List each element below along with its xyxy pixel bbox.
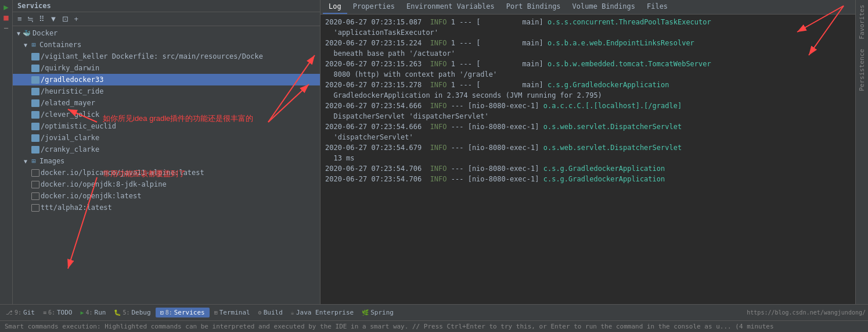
tree-arrow-images: ▼ bbox=[22, 158, 29, 165]
image-icon-4 bbox=[31, 204, 39, 212]
container-icon-9 bbox=[31, 146, 39, 153]
tree-container[interactable]: ▼ 🐳 Docker ▼ ⊞ Containers /vigilant_kell… bbox=[13, 26, 320, 304]
bottom-tab-java-enterprise[interactable]: ☕ Java Enterprise bbox=[287, 308, 357, 317]
tree-item-cranky-clarke[interactable]: /cranky_clarke bbox=[13, 144, 320, 155]
heuristic-ride-label: /heuristic_ride bbox=[41, 87, 103, 95]
toolbar-btn-align2[interactable]: ≒ bbox=[25, 13, 36, 24]
container-icon-7 bbox=[31, 123, 39, 130]
run-button[interactable]: ▶ bbox=[3, 2, 8, 12]
docker-icon: 🐳 bbox=[22, 30, 31, 37]
side-tabs: Favorites Persistence bbox=[855, 0, 868, 304]
build-label: Build bbox=[264, 309, 283, 316]
log-line-1: 2020-06-27 07:23:15.087 INFO 1 --- [ mai… bbox=[325, 17, 851, 27]
bottom-tab-spring[interactable]: 🌿 Spring bbox=[358, 308, 397, 317]
images-label: Images bbox=[39, 157, 64, 165]
run-num: 4: bbox=[86, 309, 93, 316]
toolbar-btn-align[interactable]: ≡ bbox=[15, 13, 24, 24]
log-line-3: 2020-06-27 07:23:15.263 INFO 1 --- [ mai… bbox=[325, 59, 851, 69]
build-icon: ⚙ bbox=[258, 309, 262, 316]
image4-label: ttt/alpha2:latest bbox=[41, 204, 112, 212]
image-icon-3 bbox=[31, 192, 39, 200]
terminal-icon: ⊞ bbox=[214, 309, 218, 316]
jovial-clarke-label: /jovial_clarke bbox=[41, 134, 99, 142]
toolbar-btn-filter[interactable]: ▼ bbox=[48, 13, 60, 24]
right-panel: Log Properties Environment Variables Por… bbox=[320, 0, 855, 304]
tree-item-images[interactable]: ▼ ⊞ Images bbox=[13, 155, 320, 167]
toolbar: ≡ ≒ ⠿ ▼ ⊡ + bbox=[13, 12, 320, 26]
stop-button[interactable]: ■ bbox=[3, 13, 8, 22]
cranky-clarke-label: /cranky_clarke bbox=[41, 145, 99, 153]
spring-label: Spring bbox=[370, 309, 394, 316]
services-icon: ⊡ bbox=[160, 309, 164, 316]
terminal-label: Terminal bbox=[219, 309, 250, 316]
tab-volume-bindings[interactable]: Volume Bindings bbox=[567, 0, 641, 14]
persistence-tab[interactable]: Persistence bbox=[857, 47, 867, 94]
bug-icon: 🐛 bbox=[114, 309, 121, 316]
spring-icon: 🌿 bbox=[362, 309, 369, 316]
bottom-tab-debug[interactable]: 🐛 5: Debug bbox=[110, 308, 154, 317]
containers-label: Containers bbox=[39, 41, 81, 49]
bottom-tabs-bar: ⎇ 9: Git ≡ 6: TODO ▶ 4: Run 🐛 5: Debug ⊡… bbox=[0, 304, 868, 320]
app-container: ▶ ■ − Services ≡ ≒ ⠿ ▼ ⊡ + ▼ bbox=[0, 0, 868, 332]
tree-item-jovial-clarke[interactable]: /jovial_clarke bbox=[13, 132, 320, 144]
log-line-5: 2020-06-27 07:23:54.666 INFO --- [nio-80… bbox=[325, 101, 851, 111]
container-icon-4 bbox=[31, 88, 39, 95]
log-container[interactable]: 2020-06-27 07:23:15.087 INFO 1 --- [ mai… bbox=[320, 15, 855, 304]
toolbar-btn-link[interactable]: ⊡ bbox=[60, 13, 71, 24]
run-stop-panel: ▶ ■ − bbox=[0, 0, 13, 304]
tree-item-image2[interactable]: docker.io/openjdk:8-jdk-alpine bbox=[13, 179, 320, 190]
todo-num: 6: bbox=[48, 309, 55, 316]
docker-label: Docker bbox=[33, 29, 57, 37]
tree-item-clever-golick[interactable]: /clever_golick bbox=[13, 109, 320, 120]
tree-item-vigilant-keller[interactable]: /vigilant_keller Dockerfile: src/main/re… bbox=[13, 51, 320, 62]
bottom-tab-git[interactable]: ⎇ 9: Git bbox=[2, 308, 38, 317]
bottom-tab-services[interactable]: ⊡ 8: Services bbox=[156, 308, 210, 317]
toolbar-btn-grid[interactable]: ⠿ bbox=[37, 13, 47, 24]
services-title: Services bbox=[13, 0, 320, 12]
bottom-tab-todo[interactable]: ≡ 6: TODO bbox=[39, 308, 76, 317]
main-area: ▶ ■ − Services ≡ ≒ ⠿ ▼ ⊡ + ▼ bbox=[0, 0, 868, 304]
collapse-button[interactable]: − bbox=[3, 23, 8, 33]
tab-files[interactable]: Files bbox=[641, 0, 673, 14]
tab-env-vars[interactable]: Environment Variables bbox=[401, 0, 500, 14]
image3-label: docker.io/openjdk:latest bbox=[41, 192, 141, 200]
bottom-tab-terminal[interactable]: ⊞ Terminal bbox=[211, 308, 254, 317]
tree-item-heuristic-ride[interactable]: /heuristic_ride bbox=[13, 85, 320, 97]
log-line-3b: 8080 (http) with context path '/gradle' bbox=[325, 69, 851, 80]
favorites-tab[interactable]: Favorites bbox=[857, 2, 867, 42]
log-line-9: 2020-06-27 07:23:54.706 INFO --- [nio-80… bbox=[325, 174, 851, 184]
gradledocker33-label: /gradledocker33 bbox=[41, 76, 103, 84]
bottom-tab-build[interactable]: ⚙ Build bbox=[255, 308, 286, 317]
services-label: Services bbox=[174, 309, 205, 316]
tree-item-image4[interactable]: ttt/alpha2:latest bbox=[13, 202, 320, 213]
container-icon-2 bbox=[31, 65, 39, 72]
container-icon-5 bbox=[31, 99, 39, 107]
tab-port-bindings[interactable]: Port Bindings bbox=[500, 0, 567, 14]
debug-num: 5: bbox=[123, 309, 129, 316]
tree-item-quirky-darwin[interactable]: /quirky_darwin bbox=[13, 62, 320, 74]
toolbar-btn-add[interactable]: + bbox=[71, 13, 81, 24]
java-icon: ☕ bbox=[291, 309, 294, 316]
tree-arrow-containers: ▼ bbox=[22, 42, 29, 48]
tree-item-containers[interactable]: ▼ ⊞ Containers bbox=[13, 39, 320, 51]
tab-log[interactable]: Log bbox=[323, 0, 347, 14]
container-icon-3 bbox=[31, 76, 39, 84]
log-line-4: 2020-06-27 07:23:15.278 INFO 1 --- [ mai… bbox=[325, 80, 851, 90]
left-panel-wrapper: Services ≡ ≒ ⠿ ▼ ⊡ + ▼ 🐳 Docker bbox=[13, 0, 320, 304]
log-line-7: 2020-06-27 07:23:54.679 INFO --- [nio-80… bbox=[325, 142, 851, 153]
debug-label: Debug bbox=[132, 309, 151, 316]
tree-item-gradledocker33[interactable]: /gradledocker33 bbox=[13, 74, 320, 85]
bottom-tab-run[interactable]: ▶ 4: Run bbox=[77, 308, 110, 317]
status-text: Smart commands execution: Highlighted co… bbox=[5, 323, 774, 330]
log-line-4b: GradledockerApplication in 2.374 seconds… bbox=[325, 90, 851, 101]
tree-item-image3[interactable]: docker.io/openjdk:latest bbox=[13, 190, 320, 202]
tree-item-optimistic-euclid[interactable]: /optimistic_euclid bbox=[13, 120, 320, 132]
tree-item-elated-mayer[interactable]: /elated_mayer bbox=[13, 97, 320, 109]
images-folder-icon: ⊞ bbox=[29, 157, 38, 165]
tree-item-docker[interactable]: ▼ 🐳 Docker bbox=[13, 27, 320, 39]
image1-label: docker.io/lpicanco/java11-alpine:latest bbox=[41, 169, 204, 177]
tab-properties[interactable]: Properties bbox=[347, 0, 401, 14]
container-icon-6 bbox=[31, 111, 39, 119]
tree-item-image1[interactable]: docker.io/lpicanco/java11-alpine:latest bbox=[13, 167, 320, 179]
image-icon-2 bbox=[31, 181, 39, 188]
